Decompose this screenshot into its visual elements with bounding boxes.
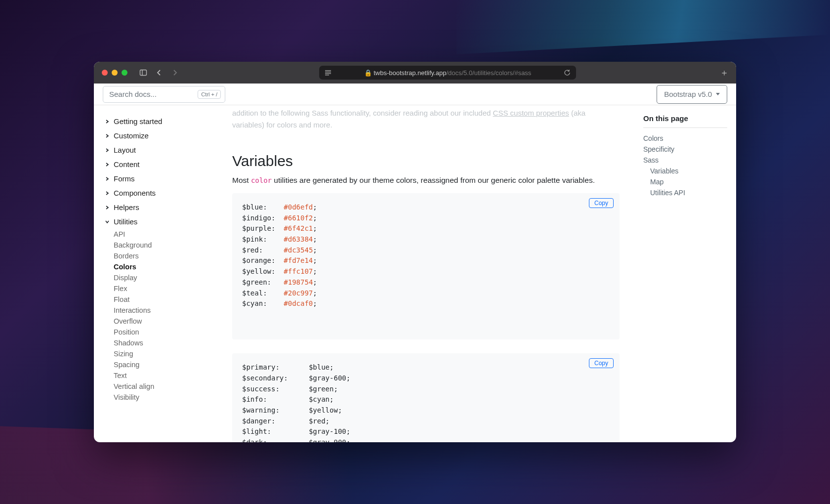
chevron-right-icon	[104, 148, 111, 153]
sidebar-item-shadows[interactable]: Shadows	[114, 337, 218, 348]
sidebar-item-borders[interactable]: Borders	[114, 251, 218, 261]
svg-rect-0	[140, 70, 147, 76]
chevron-right-icon	[104, 176, 111, 181]
css-custom-props-link[interactable]: CSS custom properties	[493, 109, 569, 117]
search-placeholder: Search docs...	[109, 90, 157, 98]
sidebar-item-flex[interactable]: Flex	[114, 283, 218, 294]
code-block-theme: $primary: $blue; $secondary: $gray-600; …	[232, 353, 620, 442]
doc-topbar: Search docs... Ctrl + / Bootstrap v5.0	[94, 84, 736, 105]
nav-group-label: Customize	[114, 131, 149, 140]
sidebar-item-interactions[interactable]: Interactions	[114, 305, 218, 316]
nav-group-utilities[interactable]: Utilities	[103, 214, 218, 229]
copy-button[interactable]: Copy	[589, 358, 614, 368]
nav-group-customize[interactable]: Customize	[103, 128, 218, 143]
nav-group-helpers[interactable]: Helpers	[103, 200, 218, 214]
table-of-contents: On this page ColorsSpecificitySassVariab…	[637, 105, 736, 442]
toc-item-colors[interactable]: Colors	[643, 133, 727, 144]
close-window-button[interactable]	[102, 70, 108, 76]
sidebar-item-text[interactable]: Text	[114, 370, 218, 381]
nav-group-getting-started[interactable]: Getting started	[103, 114, 218, 128]
toc-item-sass[interactable]: Sass	[643, 155, 727, 166]
chevron-right-icon	[104, 119, 111, 124]
variables-intro: Most color utilities are generated by ou…	[232, 174, 620, 186]
sidebar-item-overflow[interactable]: Overflow	[114, 316, 218, 327]
sidebar-nav: Getting startedCustomizeLayoutContentFor…	[94, 105, 222, 442]
nav-group-label: Layout	[114, 146, 136, 154]
refresh-icon[interactable]	[563, 69, 571, 77]
back-button[interactable]	[153, 67, 165, 79]
chevron-down-icon	[104, 219, 111, 224]
nav-group-label: Utilities	[114, 217, 137, 226]
toc-item-specificity[interactable]: Specificity	[643, 144, 727, 155]
svg-rect-4	[325, 73, 331, 74]
code-block-colors: $blue: #0d6efd; $indigo: #6610f2; $purpl…	[232, 193, 620, 339]
sidebar-item-position[interactable]: Position	[114, 327, 218, 337]
reader-mode-icon[interactable]	[324, 69, 332, 77]
sidebar-item-visibility[interactable]: Visibility	[114, 392, 218, 403]
nav-group-content[interactable]: Content	[103, 157, 218, 171]
search-input[interactable]: Search docs... Ctrl + /	[103, 86, 225, 103]
window-controls	[102, 70, 127, 76]
chevron-down-icon	[716, 93, 720, 95]
variables-heading: Variables	[232, 153, 620, 169]
sidebar-toggle-icon[interactable]	[137, 67, 149, 79]
intro-faded-text: addition to the following Sass functiona…	[232, 107, 620, 131]
forward-button[interactable]	[169, 67, 181, 79]
url-text: 🔒 twbs-bootstrap.netlify.app/docs/5.0/ut…	[336, 69, 559, 77]
version-dropdown[interactable]: Bootstrap v5.0	[657, 85, 727, 104]
toc-subitem-map[interactable]: Map	[650, 176, 727, 187]
sidebar-item-colors[interactable]: Colors	[114, 261, 218, 272]
svg-rect-2	[325, 70, 331, 71]
browser-window: 🔒 twbs-bootstrap.netlify.app/docs/5.0/ut…	[94, 62, 736, 442]
chevron-right-icon	[104, 191, 111, 196]
nav-group-label: Getting started	[114, 117, 162, 126]
sidebar-item-api[interactable]: API	[114, 229, 218, 240]
url-bar[interactable]: 🔒 twbs-bootstrap.netlify.app/docs/5.0/ut…	[319, 66, 576, 80]
main-content: addition to the following Sass functiona…	[222, 105, 637, 442]
nav-group-label: Helpers	[114, 203, 139, 211]
chevron-right-icon	[104, 205, 111, 210]
nav-group-forms[interactable]: Forms	[103, 171, 218, 186]
chevron-right-icon	[104, 133, 111, 138]
svg-rect-5	[325, 75, 329, 76]
nav-group-layout[interactable]: Layout	[103, 143, 218, 157]
nav-group-label: Forms	[114, 174, 135, 183]
chevron-right-icon	[104, 162, 111, 167]
sidebar-item-float[interactable]: Float	[114, 294, 218, 305]
maximize-window-button[interactable]	[122, 70, 127, 76]
minimize-window-button[interactable]	[112, 70, 118, 76]
new-tab-button[interactable]: ＋	[720, 69, 728, 77]
nav-group-components[interactable]: Components	[103, 186, 218, 200]
inline-code-color: color	[251, 176, 272, 184]
svg-rect-3	[325, 72, 331, 73]
search-shortcut-badge: Ctrl + /	[198, 90, 221, 99]
copy-button[interactable]: Copy	[589, 198, 614, 208]
titlebar: 🔒 twbs-bootstrap.netlify.app/docs/5.0/ut…	[94, 62, 736, 84]
nav-group-label: Components	[114, 189, 156, 197]
sidebar-item-vertical-align[interactable]: Vertical align	[114, 381, 218, 392]
sidebar-item-sizing[interactable]: Sizing	[114, 348, 218, 359]
lock-icon: 🔒	[364, 69, 374, 77]
toc-subitem-variables[interactable]: Variables	[650, 166, 727, 176]
version-label: Bootstrap v5.0	[664, 90, 712, 98]
sidebar-item-spacing[interactable]: Spacing	[114, 359, 218, 370]
sidebar-item-display[interactable]: Display	[114, 272, 218, 283]
toc-subitem-utilities-api[interactable]: Utilities API	[650, 187, 727, 198]
toc-title: On this page	[643, 114, 727, 128]
sidebar-item-background[interactable]: Background	[114, 240, 218, 251]
nav-group-label: Content	[114, 160, 140, 168]
